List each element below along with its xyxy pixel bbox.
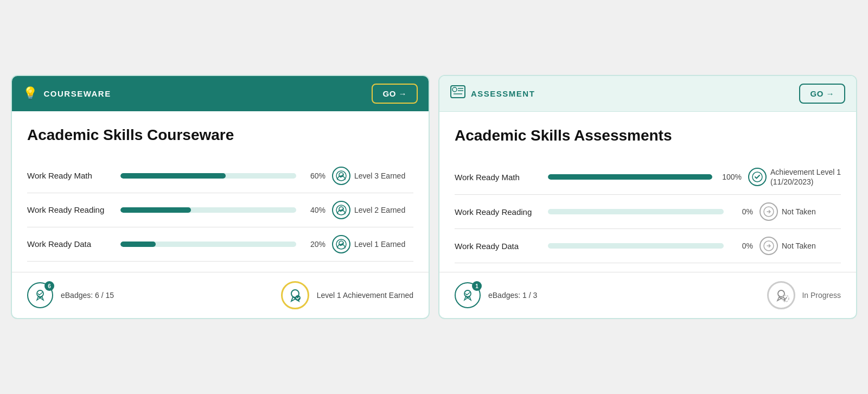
- svg-point-10: [452, 87, 457, 92]
- in-progress-label: In Progress: [802, 291, 841, 300]
- courseware-subject-name-reading: Work Ready Reading: [27, 205, 114, 214]
- assessment-card: ASSESSMENT GO → Academic Skills Assessme…: [438, 75, 857, 319]
- courseware-level-text-reading: Level 2 Earned: [354, 205, 405, 215]
- assessment-level-data: Not Taken: [760, 237, 841, 255]
- assessment-go-button[interactable]: GO →: [799, 84, 845, 104]
- assessment-ebadge-icon: 1: [455, 282, 481, 308]
- svg-point-8: [295, 295, 301, 301]
- courseware-header: 💡 COURSEWARE GO →: [12, 76, 429, 111]
- courseware-level-icon-math: [332, 167, 350, 185]
- courseware-body: Academic Skills Courseware Work Ready Ma…: [12, 111, 429, 272]
- assessment-subject-row-reading: Work Ready Reading 0% Not Taken: [455, 195, 841, 229]
- assessment-card-title: Academic Skills Assessments: [455, 127, 841, 144]
- assessment-footer: 1 eBadges: 1 / 3 In Progress: [439, 272, 856, 318]
- courseware-level-icon-data: [332, 235, 350, 253]
- assessment-percent-data: 0%: [730, 242, 753, 250]
- courseware-card: 💡 COURSEWARE GO → Academic Skills Course…: [11, 75, 430, 319]
- assessment-subject-row-math: Work Ready Math 100% Achievement Level 1…: [455, 160, 841, 195]
- assessment-level-icon-data: [760, 237, 778, 255]
- assessment-subject-name-data: Work Ready Data: [455, 242, 541, 251]
- courseware-go-button[interactable]: GO →: [372, 84, 418, 104]
- assessment-percent-reading: 0%: [730, 207, 753, 216]
- courseware-achievement-label: Level 1 Achievement Earned: [317, 291, 413, 300]
- courseware-progress-math: [120, 173, 296, 179]
- svg-point-18: [778, 290, 784, 297]
- courseware-progress-fill-data: [120, 242, 156, 247]
- courseware-subject-row-reading: Work Ready Reading 40% Level 2 Earne: [27, 193, 413, 227]
- assessment-level-text-math: Achievement Level 1(11/20/2023): [770, 167, 841, 187]
- courseware-progress-reading: [120, 207, 296, 213]
- assessment-level-icon-reading: [760, 202, 778, 221]
- courseware-percent-reading: 40%: [303, 206, 326, 214]
- assessment-progress-math: [548, 174, 712, 180]
- in-progress-icon: [767, 281, 795, 309]
- assessment-title: ASSESSMENT: [471, 89, 535, 98]
- assessment-level-math: Achievement Level 1(11/20/2023): [748, 167, 841, 187]
- courseware-progress-data: [120, 242, 296, 247]
- assessment-badge-count: 1: [472, 281, 482, 291]
- courseware-footer: 6 eBadges: 6 / 15 Level 1 Achievement Ea…: [12, 272, 429, 318]
- assessment-level-reading: Not Taken: [760, 202, 841, 221]
- courseware-header-left: 💡 COURSEWARE: [23, 86, 111, 100]
- courseware-card-title: Academic Skills Courseware: [27, 126, 413, 144]
- courseware-ebadge-icon: 6: [27, 282, 53, 308]
- dashboard: 💡 COURSEWARE GO → Academic Skills Course…: [11, 75, 857, 319]
- assessment-percent-math: 100%: [719, 173, 742, 181]
- courseware-icon: 💡: [23, 86, 39, 100]
- courseware-badge-count: 6: [44, 281, 54, 291]
- assessment-progress-data: [548, 243, 724, 249]
- courseware-level-icon-reading: [332, 201, 350, 219]
- assessment-level-text-data: Not Taken: [782, 241, 816, 251]
- assessment-subject-row-data: Work Ready Data 0% Not Taken: [455, 229, 841, 263]
- svg-rect-9: [451, 86, 465, 98]
- assessment-header-left: ASSESSMENT: [450, 85, 535, 101]
- courseware-subject-row-data: Work Ready Data 20% Level 1 Earned: [27, 227, 413, 262]
- courseware-title: COURSEWARE: [44, 89, 111, 98]
- courseware-progress-fill-math: [120, 173, 226, 179]
- courseware-percent-data: 20%: [303, 240, 326, 249]
- courseware-level-text-math: Level 3 Earned: [354, 171, 405, 181]
- assessment-progress-fill-math: [548, 174, 712, 180]
- courseware-level-reading: Level 2 Earned: [332, 201, 413, 219]
- courseware-subject-name-data: Work Ready Data: [27, 239, 114, 249]
- assessment-level-icon-math: [748, 168, 767, 186]
- assessment-body: Academic Skills Assessments Work Ready M…: [439, 112, 856, 272]
- assessment-progress-reading: [548, 209, 724, 214]
- courseware-ebadges-label: eBadges: 6 / 15: [61, 291, 114, 300]
- courseware-subject-row-math: Work Ready Math 60% Level 3 Earned: [27, 159, 413, 193]
- assessment-ebadges-label: eBadges: 1 / 3: [488, 291, 537, 300]
- courseware-percent-math: 60%: [303, 171, 326, 180]
- courseware-achievement-badge: [281, 281, 309, 309]
- assessment-subject-name-reading: Work Ready Reading: [455, 207, 541, 217]
- assessment-footer-right: In Progress: [767, 281, 841, 309]
- courseware-level-math: Level 3 Earned: [332, 167, 413, 185]
- courseware-progress-fill-reading: [120, 207, 191, 213]
- courseware-level-data: Level 1 Earned: [332, 235, 413, 253]
- courseware-subject-name-math: Work Ready Math: [27, 171, 114, 180]
- assessment-level-text-reading: Not Taken: [782, 207, 816, 217]
- assessment-header: ASSESSMENT GO →: [439, 76, 856, 112]
- courseware-level-text-data: Level 1 Earned: [354, 239, 405, 249]
- assessment-subject-name-math: Work Ready Math: [455, 173, 541, 182]
- assessment-icon: [450, 85, 465, 101]
